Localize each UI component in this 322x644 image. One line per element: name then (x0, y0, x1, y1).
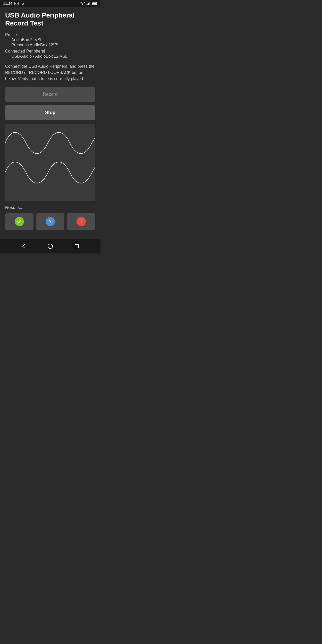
nav-recents-button[interactable] (72, 241, 82, 251)
description-text: Connect the USB Audio Peripheral and pre… (5, 63, 95, 82)
results-buttons: ? ! (5, 213, 95, 230)
page-title: USB Audio Peripheral Record Test (5, 11, 95, 27)
battery-icon (92, 2, 97, 5)
profile-section: Profile AudioBox 22VSL Presonus AudioBox… (5, 32, 95, 59)
svg-rect-4 (88, 3, 89, 5)
nav-back-button[interactable] (19, 241, 29, 251)
svg-rect-12 (75, 244, 79, 248)
result-pass-button[interactable] (5, 213, 33, 230)
device-name: AudioBox 22VSL (5, 38, 95, 42)
question-icon: ? (46, 217, 55, 226)
peripheral-label: Connected Peripheral (5, 49, 95, 54)
result-fail-button[interactable]: ! (67, 213, 95, 230)
main-content: USB Audio Peripheral Record Test Profile… (0, 7, 100, 239)
results-label: Results... (5, 205, 95, 210)
svg-point-11 (48, 244, 53, 249)
status-ip-label: ip (21, 2, 24, 6)
svg-rect-3 (88, 4, 88, 5)
svg-rect-0 (15, 2, 18, 5)
svg-rect-8 (92, 3, 96, 4)
device-full: Presonus AudioBox 22VSL (5, 43, 95, 47)
waveform-svg (5, 124, 95, 201)
check-icon (15, 217, 24, 226)
nav-bar (0, 239, 100, 253)
svg-rect-2 (87, 4, 87, 5)
svg-text:!: ! (80, 219, 82, 224)
stop-button[interactable]: Stop (5, 105, 95, 120)
peripheral-value: USB-Audio - AudioBox 22 VSL (5, 54, 95, 59)
result-unknown-button[interactable]: ? (36, 213, 64, 230)
svg-text:?: ? (49, 219, 52, 224)
status-time: 11:24 (3, 2, 12, 6)
exclaim-icon: ! (77, 217, 86, 226)
svg-rect-5 (89, 2, 90, 5)
profile-label: Profile (5, 32, 95, 37)
signal-icon (87, 2, 90, 5)
wifi-icon (80, 2, 85, 5)
waveform-display (5, 124, 95, 201)
nav-home-button[interactable] (45, 241, 55, 251)
svg-rect-7 (97, 3, 97, 4)
image-icon (14, 2, 19, 5)
record-button[interactable]: Record (5, 87, 95, 102)
status-bar: 11:24 ip (0, 0, 100, 7)
